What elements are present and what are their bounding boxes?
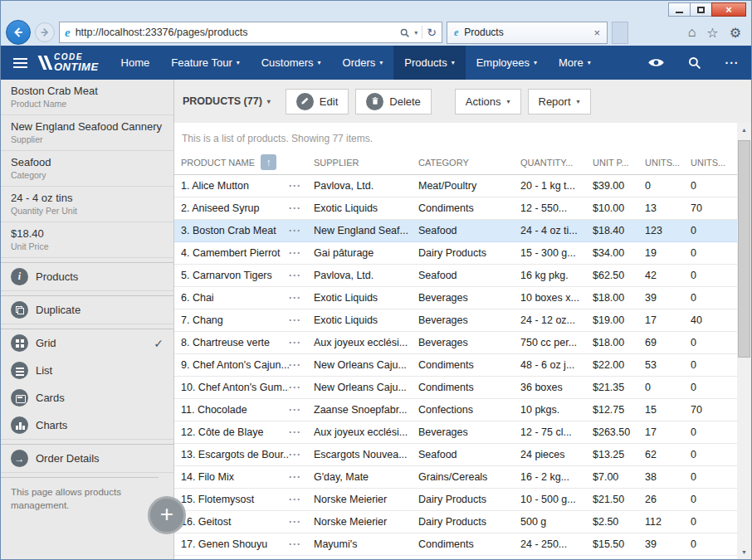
column-header-units-in-stock[interactable]: UNITS... bbox=[645, 158, 691, 168]
autocomplete-dropdown-icon[interactable]: ▾ bbox=[414, 29, 418, 37]
table-row[interactable]: 9. Chef Anton's Cajun... ··· New Orleans… bbox=[174, 354, 737, 377]
sidebar-summary-item[interactable]: 24 - 4 oz tinsQuantity Per Unit bbox=[1, 187, 173, 222]
row-ellipsis-button[interactable]: ··· bbox=[289, 426, 314, 438]
menu-icon[interactable] bbox=[1, 46, 39, 80]
table-row[interactable]: 13. Escargots de Bour... ··· Escargots N… bbox=[174, 444, 737, 466]
sidebar-summary-item[interactable]: Boston Crab MeatProduct Name bbox=[1, 80, 173, 115]
minimize-button[interactable] bbox=[668, 2, 691, 17]
column-header-unit-price[interactable]: UNIT P... bbox=[593, 158, 645, 168]
sidebar-summary-item[interactable]: $18.40Unit Price bbox=[1, 222, 173, 258]
page-description: This page allows products management. bbox=[1, 477, 159, 520]
tab-close-icon[interactable]: × bbox=[593, 27, 600, 39]
edit-button[interactable]: Edit bbox=[286, 89, 349, 114]
table-row[interactable]: 7. Chang ··· Exotic Liquids Beverages 24… bbox=[174, 309, 737, 332]
row-ellipsis-button[interactable]: ··· bbox=[289, 404, 314, 416]
nav-item-employees[interactable]: Employees▾ bbox=[466, 46, 548, 80]
list-title: PRODUCTS (77) bbox=[183, 95, 262, 107]
column-header-category[interactable]: CATEGORY bbox=[418, 158, 520, 168]
sidebar-item-products[interactable]: i Products bbox=[1, 263, 173, 290]
forward-button[interactable] bbox=[35, 22, 55, 42]
app-logo[interactable]: CODE ONTIME bbox=[39, 46, 110, 80]
sidebar-summary-item[interactable]: SeafoodCategory bbox=[1, 151, 173, 187]
sort-ascending-icon[interactable]: ↑ bbox=[261, 154, 276, 170]
nav-item-products[interactable]: Products▾ bbox=[393, 46, 465, 80]
sidebar-view-list[interactable]: List bbox=[1, 357, 173, 384]
table-row[interactable]: 15. Flotemysost ··· Norske Meierier Dair… bbox=[174, 489, 737, 511]
scrollbar-thumb[interactable] bbox=[738, 140, 750, 358]
table-row[interactable]: 17. Genen Shouyu ··· Mayumi's Condiments… bbox=[174, 533, 737, 556]
row-ellipsis-button[interactable]: ··· bbox=[289, 538, 314, 550]
column-header-supplier[interactable]: SUPPLIER bbox=[314, 158, 418, 168]
sidebar-view-cards[interactable]: Cards bbox=[1, 384, 173, 411]
settings-button[interactable]: ⚙ bbox=[730, 25, 741, 41]
add-record-fab[interactable]: + bbox=[148, 496, 186, 534]
row-ellipsis-button[interactable]: ··· bbox=[289, 337, 314, 348]
scroll-down-arrow[interactable]: ▼ bbox=[737, 545, 751, 559]
actions-button[interactable]: Actions ▾ bbox=[455, 89, 521, 114]
column-header-quantity[interactable]: QUANTITY... bbox=[520, 158, 593, 168]
list-title-dropdown[interactable]: PRODUCTS (77) ▾ bbox=[183, 95, 271, 107]
row-ellipsis-button[interactable]: ··· bbox=[289, 180, 314, 192]
delete-button[interactable]: Delete bbox=[355, 89, 432, 114]
maximize-button[interactable] bbox=[690, 2, 712, 17]
table-row[interactable]: 2. Aniseed Syrup ··· Exotic Liquids Cond… bbox=[174, 197, 737, 220]
vertical-scrollbar[interactable]: ▲ ▼ bbox=[737, 123, 751, 559]
more-options-button[interactable]: ··· bbox=[713, 46, 751, 80]
favorites-button[interactable]: ☆ bbox=[706, 25, 718, 41]
sidebar-view-charts[interactable]: Charts bbox=[1, 411, 173, 439]
nav-item-customers[interactable]: Customers▾ bbox=[251, 46, 332, 80]
table-row[interactable]: 11. Chocolade ··· Zaanse Snoepfabr... Co… bbox=[174, 399, 737, 421]
table-row[interactable]: 12. Côte de Blaye ··· Aux joyeux ecclési… bbox=[174, 421, 737, 444]
preview-eye-button[interactable] bbox=[637, 46, 675, 80]
refresh-button[interactable]: ↻ bbox=[427, 26, 437, 39]
table-row[interactable]: 5. Carnarvon Tigers ··· Pavlova, Ltd. Se… bbox=[174, 265, 737, 287]
column-header-units-on-order[interactable]: UNITS... bbox=[691, 158, 737, 168]
table-row[interactable]: 6. Chai ··· Exotic Liquids Beverages 10 … bbox=[174, 287, 737, 309]
url-text[interactable]: http://localhost:23376/pages/products bbox=[76, 27, 395, 38]
search-icon bbox=[687, 56, 701, 70]
sidebar-summary-item[interactable]: New England Seafood CannerySupplier bbox=[1, 115, 173, 151]
row-ellipsis-button[interactable]: ··· bbox=[289, 494, 314, 505]
nav-item-more[interactable]: More▾ bbox=[548, 46, 602, 80]
search-button[interactable] bbox=[675, 46, 713, 80]
nav-item-feature-tour[interactable]: Feature Tour▾ bbox=[160, 46, 250, 80]
row-ellipsis-button[interactable]: ··· bbox=[289, 516, 314, 528]
row-ellipsis-button[interactable]: ··· bbox=[289, 247, 314, 259]
browser-tab[interactable]: e Products × bbox=[447, 22, 608, 44]
table-row[interactable]: 3. Boston Crab Meat ··· New England Seaf… bbox=[174, 220, 737, 242]
row-ellipsis-button[interactable]: ··· bbox=[289, 314, 314, 326]
new-tab-button[interactable] bbox=[612, 22, 628, 44]
nav-item-orders[interactable]: Orders▾ bbox=[332, 46, 394, 80]
row-ellipsis-button[interactable]: ··· bbox=[289, 449, 314, 460]
table-row[interactable]: 10. Chef Anton's Gum... ··· New Orleans … bbox=[174, 377, 737, 399]
row-ellipsis-button[interactable]: ··· bbox=[289, 382, 314, 393]
table-row[interactable]: 1. Alice Mutton ··· Pavlova, Ltd. Meat/P… bbox=[174, 175, 737, 197]
row-ellipsis-button[interactable]: ··· bbox=[289, 270, 314, 281]
row-ellipsis-button[interactable]: ··· bbox=[289, 225, 314, 236]
row-ellipsis-button[interactable]: ··· bbox=[289, 292, 314, 304]
sidebar-view-grid[interactable]: Grid✓ bbox=[1, 329, 173, 357]
sidebar-item-order-details[interactable]: → Order Details bbox=[1, 445, 173, 472]
report-button[interactable]: Report ▾ bbox=[528, 89, 591, 114]
scroll-up-arrow[interactable]: ▲ bbox=[737, 123, 751, 137]
chevron-down-icon: ▾ bbox=[577, 98, 580, 105]
back-button[interactable] bbox=[6, 20, 31, 45]
column-header-product-name[interactable]: PRODUCT NAME ↑ bbox=[181, 154, 314, 170]
table-row[interactable]: 8. Chartreuse verte ··· Aux joyeux ecclé… bbox=[174, 332, 737, 354]
row-ellipsis-button[interactable]: ··· bbox=[289, 471, 314, 483]
search-icon[interactable] bbox=[399, 27, 410, 38]
row-ellipsis-button[interactable]: ··· bbox=[289, 359, 314, 371]
table-row[interactable]: 16. Geitost ··· Norske Meierier Dairy Pr… bbox=[174, 511, 737, 533]
table-row[interactable]: 4. Camembert Pierrot ··· Gai pâturage Da… bbox=[174, 242, 737, 265]
row-ellipsis-button[interactable]: ··· bbox=[289, 202, 314, 214]
home-button[interactable]: ⌂ bbox=[688, 25, 696, 40]
cell-units-in-stock: 15 bbox=[645, 404, 691, 416]
cell-units-on-order: 0 bbox=[691, 494, 737, 505]
table-row[interactable]: 14. Filo Mix ··· G'day, Mate Grains/Cere… bbox=[174, 466, 737, 489]
sidebar-item-duplicate[interactable]: Duplicate bbox=[1, 296, 173, 324]
chevron-down-icon: ▾ bbox=[379, 59, 383, 66]
address-bar[interactable]: e http://localhost:23376/pages/products … bbox=[59, 22, 442, 43]
nav-item-home[interactable]: Home bbox=[110, 46, 161, 80]
close-button[interactable]: × bbox=[711, 2, 746, 17]
cell-units-in-stock: 69 bbox=[645, 337, 691, 348]
